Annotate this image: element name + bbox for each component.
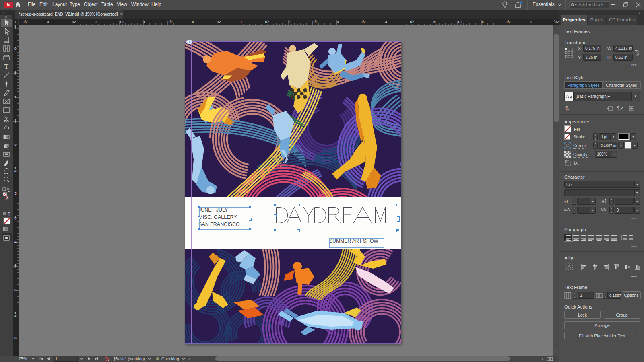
svg-text:T: T [8,212,10,216]
svg-text:A: A [601,199,605,204]
svg-text:T: T [4,63,9,70]
